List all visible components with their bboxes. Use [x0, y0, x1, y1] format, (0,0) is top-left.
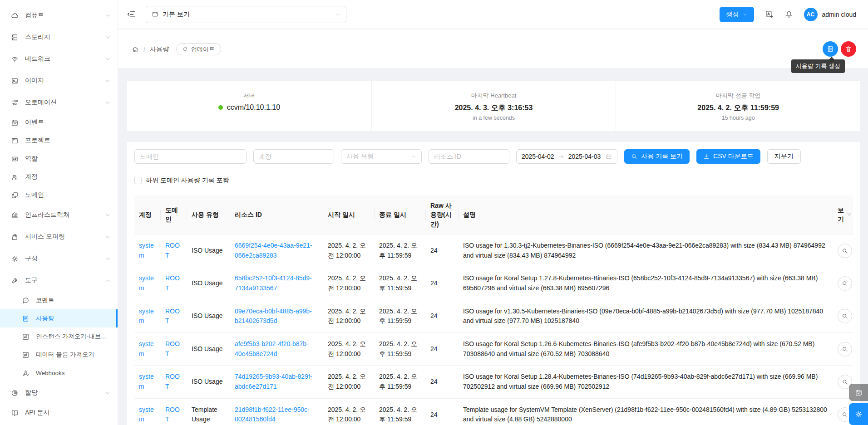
column-header-1: 계정 — [134, 195, 161, 234]
resource-id-link[interactable]: 74d19265-9b93-40ab-829f-abdc6e27d171 — [235, 373, 312, 390]
list-usage-records-button[interactable]: 사용 기록 보기 — [624, 149, 690, 164]
raw-usage-cell: 24 — [426, 300, 459, 332]
sidebar-item-api-docs[interactable]: API 문서 — [0, 404, 118, 422]
sidebar-item-webhooks[interactable]: Webhooks — [0, 364, 118, 382]
sidebar-item-label: 스토리지 — [25, 33, 50, 41]
sidebar-item-data-volume-import[interactable]: 데이터 볼륨 가져오기 — [0, 346, 118, 364]
table-row: systemROOTISO Usage09e70eca-b0bf-4885-a9… — [134, 300, 853, 332]
swap-icon — [22, 351, 30, 359]
description-cell: Template usage for SystemVM Template (Xe… — [459, 398, 833, 425]
home-icon[interactable] — [132, 46, 139, 53]
resource-id-filter-input[interactable] — [429, 149, 509, 164]
swap-icon — [22, 333, 30, 341]
resource-id-link[interactable]: 6669f254-4e0e-43aa-9e21-066e2ca89283 — [235, 242, 312, 259]
sidebar-item-roles[interactable]: 역할 — [0, 150, 118, 168]
account-link[interactable]: system — [139, 340, 154, 357]
user-name: admin cloud — [822, 11, 857, 18]
sidebar-item-accounts[interactable]: 계정 — [0, 168, 118, 186]
sidebar-item-network[interactable]: 네트워크 — [0, 48, 118, 70]
refresh-button[interactable]: 업데이트 — [176, 43, 221, 55]
apidoc-icon — [11, 409, 19, 417]
sidebar-item-comments[interactable]: 코멘트 — [0, 291, 118, 309]
sidebar-item-service-offerings[interactable]: 서비스 오퍼링 — [0, 226, 118, 248]
domain-link[interactable]: ROOT — [165, 373, 180, 390]
sidebar-item-storage[interactable]: 스토리지 — [0, 26, 118, 48]
event-icon — [11, 119, 19, 127]
sidebar-item-automation[interactable]: 오토메이션 — [0, 92, 118, 113]
sidebar-item-usage[interactable]: 사용량 — [0, 309, 118, 327]
event-timeline-widget[interactable] — [849, 384, 868, 401]
end-date-cell: 2025. 4. 2. 오후 11:59:59 — [375, 366, 426, 398]
resource-id-link[interactable]: 658bc252-10f3-4124-85d9-7134a9133567 — [235, 274, 312, 292]
remove-usage-records-button[interactable] — [841, 41, 856, 57]
clear-button[interactable]: 지우기 — [767, 149, 801, 164]
user-menu[interactable]: AC admin cloud — [804, 8, 857, 21]
sidebar-item-configuration[interactable]: 구성 — [0, 248, 118, 269]
account-filter-input[interactable] — [253, 149, 334, 164]
filter-icon[interactable] — [847, 212, 852, 217]
sidebar-item-label: 도메인 — [25, 191, 44, 199]
chevron-down-icon — [105, 391, 110, 396]
resource-id-link[interactable]: 09e70eca-b0bf-4885-a99b-b21402673d5d — [235, 308, 312, 325]
settings-widget[interactable] — [849, 403, 868, 425]
domain-link[interactable]: ROOT — [165, 340, 180, 357]
description-cell: ISO usage for Koral Setup 1.28.4-Kuberne… — [459, 366, 833, 398]
chevron-down-icon — [105, 234, 110, 239]
menu-fold-icon[interactable] — [127, 10, 136, 19]
column-header-5: 시작 일시 — [323, 195, 375, 234]
domain-link[interactable]: ROOT — [165, 242, 180, 259]
project-view-icon — [152, 11, 158, 18]
sidebar-item-label: 인스턴스 가져오기-내보내기 — [36, 332, 110, 341]
domain-link[interactable]: ROOT — [165, 406, 180, 423]
translate-icon[interactable] — [765, 10, 774, 19]
sidebar-item-images[interactable]: 이미지 — [0, 70, 118, 92]
stat-value: 2025. 4. 3. 오후 3:16:53 — [376, 103, 612, 113]
table-row: systemROOTISO Usage74d19265-9b93-40ab-82… — [134, 366, 853, 398]
view-select[interactable]: 기본 보기 — [146, 6, 346, 23]
breadcrumb: / 사용량 업데이트 — [118, 29, 868, 55]
view-row-button[interactable] — [838, 276, 852, 291]
domain-filter-input[interactable] — [134, 149, 247, 164]
sidebar-item-allocation[interactable]: 할당 — [0, 382, 118, 404]
create-usage-record-button[interactable] — [823, 41, 838, 57]
resource-id-link[interactable]: 21d98f1b-f622-11ee-950c-002481560fd4 — [235, 406, 310, 423]
csv-download-button[interactable]: CSV 다운로드 — [696, 149, 760, 164]
search-icon — [842, 248, 848, 254]
domain-link[interactable]: ROOT — [165, 308, 180, 325]
resource-id-link[interactable]: afe9f5b3-b202-4f20-b87b-40e45b8e724d — [235, 340, 309, 357]
end-date-cell: 2025. 4. 2. 오후 11:59:59 — [375, 234, 426, 267]
usage-type-select[interactable]: 사용 유형 — [341, 149, 422, 164]
view-row-button[interactable] — [838, 342, 852, 357]
sidebar-item-instance-import-export[interactable]: 인스턴스 가져오기-내보내기 — [0, 327, 118, 346]
subdomain-checkbox[interactable] — [134, 177, 142, 184]
account-link[interactable]: system — [139, 406, 154, 423]
usage-type-cell: ISO Usage — [187, 300, 230, 332]
sidebar-item-infrastructure[interactable]: 인프라스트럭쳐 — [0, 204, 118, 226]
sidebar-item-label: 오토메이션 — [25, 98, 57, 107]
start-date-cell: 2025. 4. 2. 오전 12:00:00 — [323, 398, 375, 425]
account-link[interactable]: system — [139, 373, 154, 390]
sidebar-item-domains[interactable]: 도메인 — [0, 186, 118, 204]
sidebar-item-compute[interactable]: 컴퓨트 — [0, 5, 118, 26]
content: 서버ccvm/10.10.1.10마지막 Heartbeat2025. 4. 3… — [118, 68, 868, 425]
domain-link[interactable]: ROOT — [165, 274, 180, 292]
account-link[interactable]: system — [139, 274, 154, 292]
column-header-9: 보기 — [833, 195, 853, 234]
account-link[interactable]: system — [139, 308, 154, 325]
date-range-picker[interactable]: 2025-04-02 2025-04-03 — [516, 149, 617, 164]
sidebar-item-events[interactable]: 이벤트 — [0, 113, 118, 132]
account-link[interactable]: system — [139, 242, 154, 259]
view-row-button[interactable] — [838, 309, 852, 323]
project-icon — [11, 137, 19, 145]
sidebar-item-projects[interactable]: 프로젝트 — [0, 132, 118, 150]
start-date-cell: 2025. 4. 2. 오전 12:00:00 — [323, 234, 375, 267]
image-icon — [11, 77, 19, 85]
cloud-icon — [11, 12, 19, 20]
search-icon — [842, 313, 848, 319]
end-date-cell: 2025. 4. 2. 오후 11:59:59 — [375, 333, 426, 366]
sidebar-item-tools[interactable]: 도구 — [0, 269, 118, 291]
view-row-button[interactable] — [838, 244, 852, 258]
create-button[interactable]: 생성 — [720, 7, 754, 22]
tooltip: 사용량 기록 생성 — [791, 59, 845, 73]
bell-icon[interactable] — [785, 10, 793, 19]
